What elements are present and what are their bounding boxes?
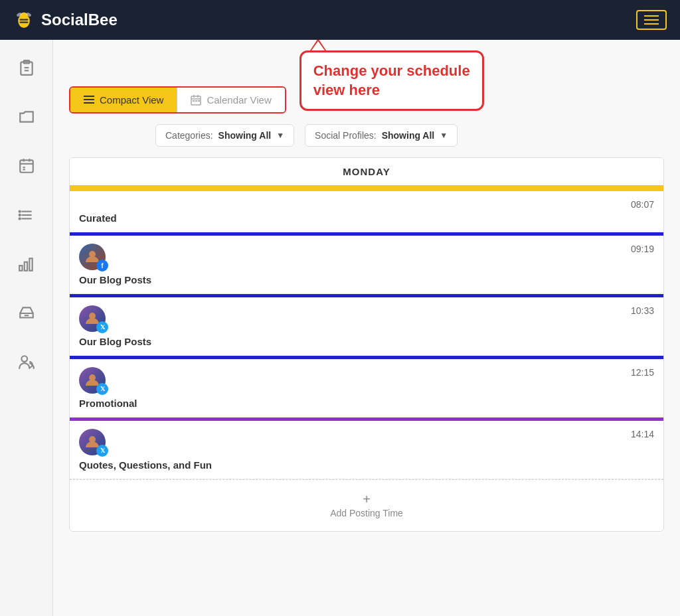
schedule-card-2[interactable]: 𝕏 10:33 Our Blog Posts (70, 294, 663, 356)
tray-icon (18, 305, 35, 322)
bee-icon (13, 9, 35, 31)
hamburger-line-1 (644, 15, 659, 17)
card-time-3: 12:15 (631, 367, 654, 378)
svg-rect-35 (195, 100, 197, 102)
sidebar-item-list[interactable] (12, 200, 41, 230)
avatar-wrapper-2: 𝕏 (79, 305, 106, 332)
svg-rect-29 (84, 102, 94, 104)
card-time-4: 14:14 (631, 429, 654, 439)
sidebar-item-tray[interactable] (12, 299, 41, 328)
card-time-0: 08:07 (79, 199, 654, 210)
sidebar-item-calendar[interactable] (12, 151, 41, 181)
avatar-wrapper-4: 𝕏 (79, 429, 106, 455)
compact-view-label: Compact View (100, 94, 163, 106)
main-content: Compact View Calendar View (53, 40, 680, 616)
avatar-wrapper-1: f (79, 244, 106, 270)
svg-rect-34 (193, 100, 195, 102)
sidebar-item-folder[interactable] (12, 102, 41, 131)
calendar-view-icon (191, 95, 201, 106)
svg-rect-36 (198, 100, 200, 102)
svg-rect-10 (20, 160, 33, 172)
avatar-wrapper-3: 𝕏 (79, 367, 106, 394)
chart-icon (18, 256, 35, 273)
folder-icon (18, 108, 35, 125)
filters-row: Categories: Showing All ▼ Social Profile… (69, 124, 664, 147)
sidebar-item-clipboard[interactable] (12, 53, 41, 82)
facebook-icon-1: f (101, 262, 103, 270)
schedule-table: MONDAY 08:07 Curated (69, 157, 664, 532)
card-time-1: 09:19 (631, 244, 654, 254)
hamburger-button[interactable] (636, 10, 667, 30)
svg-rect-23 (24, 262, 27, 271)
svg-rect-22 (19, 266, 22, 271)
topnav: SocialBee (0, 0, 680, 40)
view-toggle: Compact View Calendar View (69, 86, 286, 114)
svg-rect-1 (20, 19, 29, 20)
tooltip-text: Change your scheduleview here (313, 62, 470, 98)
profiles-caret: ▼ (440, 131, 448, 140)
tooltip-arrow-inner (311, 41, 325, 50)
list-icon (18, 206, 35, 224)
sidebar (0, 40, 53, 616)
add-posting-time-row[interactable]: + Add Posting Time (70, 479, 663, 531)
compact-view-icon (84, 96, 94, 105)
calendar-view-button[interactable]: Calendar View (177, 88, 284, 112)
main-layout: Compact View Calendar View (0, 40, 680, 616)
card-title-4: Quotes, Questions, and Fun (79, 459, 654, 471)
svg-point-20 (19, 214, 20, 216)
profiles-filter[interactable]: Social Profiles: Showing All ▼ (305, 124, 458, 147)
day-header: MONDAY (70, 158, 663, 188)
calendar-icon (18, 157, 35, 175)
brand: SocialBee (13, 9, 118, 31)
categories-label: Categories: (165, 130, 213, 141)
hamburger-line-2 (644, 19, 659, 21)
users-icon (18, 354, 35, 371)
sidebar-item-analytics[interactable] (12, 250, 41, 279)
twitter-badge-2: 𝕏 (96, 321, 108, 333)
categories-filter[interactable]: Categories: Showing All ▼ (155, 124, 294, 147)
facebook-badge-1: f (96, 260, 108, 271)
tooltip-box: Change your scheduleview here (299, 50, 484, 111)
add-posting-plus-icon: + (82, 492, 651, 507)
brand-name: SocialBee (41, 11, 118, 29)
schedule-card-0[interactable]: 08:07 Curated (70, 188, 663, 232)
hamburger-line-3 (644, 23, 659, 25)
profiles-value: Showing All (382, 130, 435, 141)
view-toggle-section: Compact View Calendar View (69, 53, 664, 114)
add-posting-label: Add Posting Time (330, 508, 403, 518)
tooltip-callout: Change your scheduleview here (299, 50, 484, 111)
compact-view-button[interactable]: Compact View (70, 88, 177, 112)
twitter-icon-4: 𝕏 (100, 447, 105, 454)
card-title-0: Curated (79, 212, 654, 224)
twitter-icon-3: 𝕏 (100, 386, 105, 392)
card-title-2: Our Blog Posts (79, 336, 654, 347)
twitter-badge-3: 𝕏 (96, 383, 108, 395)
card-time-2: 10:33 (631, 305, 654, 316)
schedule-card-4[interactable]: 𝕏 14:14 Quotes, Questions, and Fun (70, 418, 663, 479)
calendar-view-label: Calendar View (207, 94, 271, 106)
card-title-3: Promotional (79, 398, 654, 409)
svg-point-26 (21, 356, 27, 362)
clipboard-icon (18, 59, 35, 76)
sidebar-item-users[interactable] (12, 348, 41, 377)
profiles-label: Social Profiles: (315, 130, 377, 141)
categories-value: Showing All (218, 130, 272, 141)
twitter-icon-2: 𝕏 (100, 324, 105, 331)
schedule-card-3[interactable]: 𝕏 12:15 Promotional (70, 356, 663, 418)
schedule-card-1[interactable]: f 09:19 Our Blog Posts (70, 232, 663, 294)
svg-rect-27 (84, 96, 94, 97)
twitter-badge-4: 𝕏 (96, 445, 108, 457)
categories-caret: ▼ (276, 131, 284, 140)
svg-rect-24 (29, 258, 32, 270)
svg-point-21 (19, 218, 20, 219)
card-title-1: Our Blog Posts (79, 274, 654, 285)
svg-point-19 (19, 211, 20, 212)
svg-rect-28 (84, 99, 94, 100)
svg-rect-2 (20, 21, 29, 23)
day-label: MONDAY (343, 166, 390, 177)
